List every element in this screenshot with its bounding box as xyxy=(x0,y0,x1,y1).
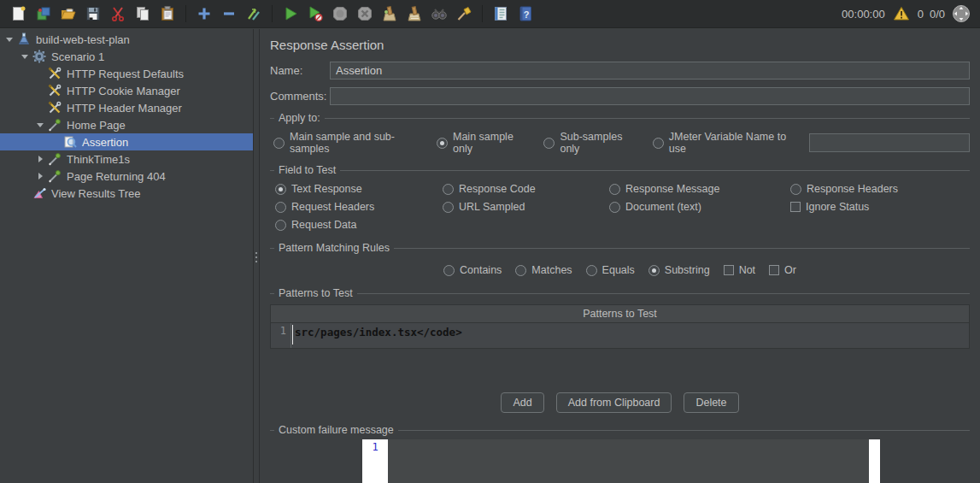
clear-icon[interactable] xyxy=(379,3,400,24)
patterns-button-row: Add Add from Clipboard Delete xyxy=(270,392,970,413)
tree-item-build-web-test-plan[interactable]: build-web-test-plan xyxy=(0,31,253,48)
radio-main-sample-and-sub-samples[interactable]: Main sample and sub-samples xyxy=(273,131,420,155)
start-no-pauses-icon[interactable] xyxy=(305,3,326,24)
open-icon[interactable] xyxy=(58,3,79,24)
tree-item-http-request-defaults[interactable]: HTTP Request Defaults xyxy=(0,65,253,82)
radio-icon[interactable] xyxy=(790,184,801,195)
tree-item-http-header-manager[interactable]: HTTP Header Manager xyxy=(0,99,253,116)
expander-icon[interactable] xyxy=(34,119,47,132)
expander-icon[interactable] xyxy=(34,170,47,183)
clear-all-icon[interactable] xyxy=(404,3,425,24)
thread-status-icon xyxy=(951,3,971,24)
shutdown-icon[interactable] xyxy=(355,3,375,24)
tree-item-http-cookie-manager[interactable]: HTTP Cookie Manager xyxy=(0,82,253,99)
split-divider[interactable] xyxy=(253,29,260,483)
radio-icon[interactable] xyxy=(275,184,286,195)
checkbox-icon[interactable] xyxy=(724,265,734,275)
radio-main-sample-only[interactable]: Main sample only xyxy=(437,131,526,155)
radio-icon[interactable] xyxy=(586,265,597,276)
editor-scrollbar[interactable] xyxy=(869,439,880,483)
radio-icon[interactable] xyxy=(443,202,454,213)
radio-text-response[interactable]: Text Response xyxy=(275,183,443,195)
pattern-matching-rules-title: Pattern Matching Rules xyxy=(270,242,970,254)
custom-failure-text-area[interactable] xyxy=(388,439,869,483)
expander-icon[interactable] xyxy=(3,33,16,46)
radio-substring[interactable]: Substring xyxy=(648,264,710,276)
search-icon[interactable] xyxy=(429,3,449,24)
tree-item-scenario-1[interactable]: Scenario 1 xyxy=(0,48,253,65)
tree-item-label: Assertion xyxy=(82,136,128,149)
expander-icon[interactable] xyxy=(34,153,47,166)
templates-icon[interactable] xyxy=(33,3,54,24)
radio-icon[interactable] xyxy=(275,220,286,231)
radio-icon[interactable] xyxy=(437,138,448,149)
tree-item-view-results-tree[interactable]: View Results Tree xyxy=(0,185,253,202)
radio-response-message[interactable]: Response Message xyxy=(609,183,790,195)
radio-sub-samples-only[interactable]: Sub-samples only xyxy=(543,131,635,155)
line-number: 1 xyxy=(362,439,388,483)
field-to-test-title: Field to Test xyxy=(270,164,970,176)
clear-search-icon[interactable] xyxy=(454,3,474,24)
help-icon[interactable]: ? xyxy=(515,3,536,24)
sampler-pipette-icon xyxy=(47,117,62,133)
expander-icon[interactable] xyxy=(19,50,32,63)
toolbar-status: 00:00:00 0 0/0 xyxy=(842,3,971,24)
jmeter-variable-input[interactable] xyxy=(809,133,970,152)
save-icon[interactable] xyxy=(83,3,103,24)
start-icon[interactable] xyxy=(280,3,301,24)
radio-url-sampled[interactable]: URL Sampled xyxy=(443,201,609,213)
checkbox-icon[interactable] xyxy=(790,202,801,212)
name-input[interactable] xyxy=(330,62,970,80)
tree-item-assertion[interactable]: Assertion xyxy=(0,133,253,150)
radio-document-text[interactable]: Document (text) xyxy=(609,201,790,213)
tree-item-thinktime1s[interactable]: ThinkTime1s xyxy=(0,150,253,168)
function-helper-icon[interactable] xyxy=(490,3,511,24)
divider-grip-icon[interactable] xyxy=(255,250,258,265)
remove-minus-icon[interactable] xyxy=(219,3,239,24)
radio-icon[interactable] xyxy=(543,138,555,149)
warning-icon[interactable] xyxy=(891,3,912,24)
radio-icon[interactable] xyxy=(443,184,454,195)
radio-icon[interactable] xyxy=(275,202,286,213)
radio-icon[interactable] xyxy=(443,265,455,276)
new-icon[interactable] xyxy=(9,3,29,24)
add-button[interactable]: Add xyxy=(501,392,543,413)
comments-input[interactable] xyxy=(330,87,970,105)
radio-matches[interactable]: Matches xyxy=(515,264,572,276)
checkbox-icon[interactable] xyxy=(769,265,779,275)
toggle-icon[interactable] xyxy=(244,3,264,24)
add-plus-icon[interactable] xyxy=(194,3,214,24)
radio-icon[interactable] xyxy=(515,265,526,276)
stop-icon[interactable] xyxy=(330,3,350,24)
radio-response-headers[interactable]: Response Headers xyxy=(790,183,970,195)
paste-icon[interactable] xyxy=(157,3,178,24)
checkbox-not[interactable]: Not xyxy=(724,264,755,276)
tree-item-page-returning-404[interactable]: Page Returning 404 xyxy=(0,168,253,185)
radio-response-code[interactable]: Response Code xyxy=(443,183,609,195)
cut-icon[interactable] xyxy=(108,3,128,24)
checkbox-ignore-status[interactable]: Ignore Status xyxy=(790,201,970,213)
radio-contains[interactable]: Contains xyxy=(443,264,502,276)
add-from-clipboard-button[interactable]: Add from Clipboard xyxy=(556,392,672,413)
tree-item-home-page[interactable]: Home Page xyxy=(0,116,253,133)
apply-to-title: Apply to: xyxy=(270,112,970,124)
pattern-row-text[interactable]: src/pages/index.tsx</code> xyxy=(293,323,462,348)
field-to-test-group: Field to Test Text Response Response Cod… xyxy=(270,164,970,239)
copy-icon[interactable] xyxy=(132,3,153,24)
results-tree-chart-icon xyxy=(32,186,47,201)
radio-icon[interactable] xyxy=(609,202,620,213)
expander-spacer xyxy=(19,187,32,200)
radio-icon[interactable] xyxy=(273,138,285,149)
radio-equals[interactable]: Equals xyxy=(586,264,635,276)
expander-spacer xyxy=(34,68,47,80)
delete-button[interactable]: Delete xyxy=(684,392,738,413)
radio-request-data[interactable]: Request Data xyxy=(275,219,443,231)
radio-icon[interactable] xyxy=(653,138,664,149)
radio-request-headers[interactable]: Request Headers xyxy=(275,201,443,213)
checkbox-or[interactable]: Or xyxy=(769,264,796,276)
radio-icon[interactable] xyxy=(648,265,660,276)
radio-jmeter-variable-name[interactable]: JMeter Variable Name to use xyxy=(653,131,792,155)
custom-failure-editor[interactable]: 1 xyxy=(362,439,880,483)
radio-icon[interactable] xyxy=(609,184,620,195)
patterns-editor[interactable]: 1 src/pages/index.tsx</code> xyxy=(270,323,970,349)
